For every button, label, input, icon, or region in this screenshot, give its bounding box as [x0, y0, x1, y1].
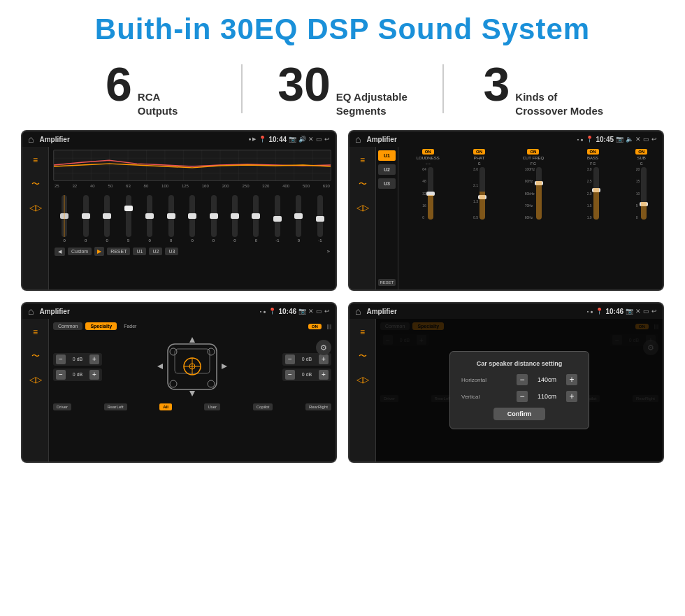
slider-12[interactable]: 0 — [289, 195, 308, 243]
eq-icon-2[interactable]: ≡ — [355, 152, 370, 168]
u1-button[interactable]: U1 — [133, 248, 146, 255]
wave-icon-2[interactable]: 〜 — [355, 176, 370, 192]
slider-4[interactable]: 5 — [118, 195, 138, 243]
wave-icon[interactable]: 〜 — [28, 176, 43, 192]
eq-icon[interactable]: ≡ — [28, 152, 43, 168]
horizontal-plus[interactable]: + — [566, 374, 577, 385]
back-icon[interactable]: ↩ — [324, 136, 330, 143]
phat-on[interactable]: ON — [473, 149, 485, 155]
back-icon-2[interactable]: ↩ — [651, 136, 657, 143]
slider-2[interactable]: 0 — [75, 195, 95, 243]
car-diagram — [154, 334, 231, 400]
eq-graph[interactable] — [53, 150, 331, 181]
vertical-plus[interactable]: + — [566, 391, 577, 402]
volume-icon: 🔊 — [298, 136, 306, 143]
home-icon[interactable]: ⌂ — [28, 134, 34, 145]
fader-on-badge[interactable]: ON — [308, 324, 322, 329]
eq-icon-3[interactable]: ≡ — [28, 324, 43, 340]
rearleft-btn[interactable]: RearLeft — [104, 403, 127, 410]
loudness-slider[interactable] — [428, 167, 433, 220]
x-icon: ✕ — [308, 136, 314, 143]
speaker-icon-4[interactable]: ◁▷ — [355, 372, 370, 387]
rearright-btn[interactable]: RearRight — [305, 403, 331, 410]
bass-slider[interactable] — [593, 167, 599, 220]
cutfreq-slider[interactable] — [536, 167, 542, 220]
sub-slider[interactable] — [641, 167, 647, 220]
horizontal-minus[interactable]: − — [517, 374, 528, 385]
speaker-icon-3[interactable]: ◁▷ — [28, 372, 43, 387]
prev-button[interactable]: ◀ — [55, 248, 65, 256]
slider-11[interactable]: -1 — [268, 195, 287, 243]
cutfreq-on[interactable]: ON — [527, 149, 539, 155]
wave-icon-3[interactable]: 〜 — [28, 348, 43, 364]
stat-eq-number: 30 — [277, 60, 331, 108]
status-bar-1: ⌂ Amplifier ● ▶ 📍 10:44 📷 🔊 ✕ ▭ ↩ — [22, 131, 336, 147]
slider-9[interactable]: 0 — [225, 195, 245, 243]
screen3-content: ≡ 〜 ◁▷ Common Specialty Fader ON ||| — [22, 319, 336, 461]
svg-point-9 — [170, 380, 177, 387]
fader-main: Common Specialty Fader ON ||| − 0 dB + — [49, 319, 336, 461]
slider-7[interactable]: 0 — [182, 195, 202, 243]
user-btn[interactable]: User — [204, 403, 220, 410]
vol-minus-3[interactable]: − — [285, 354, 295, 364]
copilot-btn[interactable]: Copilot — [253, 403, 273, 410]
play-button[interactable]: ▶ — [94, 247, 104, 256]
reset-button[interactable]: RESET — [107, 248, 130, 255]
tab-common[interactable]: Common — [53, 322, 82, 330]
screen-eq: ⌂ Amplifier ● ▶ 📍 10:44 📷 🔊 ✕ ▭ ↩ ≡ 〜 ◁▷ — [21, 130, 337, 291]
home-icon-4[interactable]: ⌂ — [355, 306, 361, 317]
preset-u1[interactable]: U1 — [378, 150, 396, 161]
status-icons-3: 📍 10:46 📷 ✕ ▭ ↩ — [268, 308, 330, 315]
status-icons-2: 📍 10:45 📷 🔈 ✕ ▭ ↩ — [586, 136, 657, 143]
sub-on[interactable]: ON — [635, 149, 647, 155]
status-bar-4: ⌂ Amplifier ▪ ● 📍 10:46 📷 ✕ ▭ ↩ — [349, 303, 663, 319]
speaker-icon[interactable]: ◁▷ — [28, 200, 43, 215]
confirm-button[interactable]: Confirm — [493, 408, 546, 420]
ctrl-bass: ON BASS FG 3.02.52.01.51.0 — [565, 149, 620, 287]
location-icon-2: 📍 — [586, 136, 593, 143]
slider-6[interactable]: 0 — [161, 195, 180, 243]
slider-3[interactable]: 0 — [97, 195, 117, 243]
eq-icon-4[interactable]: ≡ — [355, 324, 370, 340]
vol-minus-4[interactable]: − — [285, 370, 295, 380]
back-icon-3[interactable]: ↩ — [324, 308, 330, 315]
svg-point-8 — [208, 348, 215, 355]
vol-plus-3[interactable]: + — [319, 354, 329, 364]
wave-icon-4[interactable]: 〜 — [355, 348, 370, 364]
vol-minus-2[interactable]: − — [56, 370, 66, 380]
phat-slider[interactable] — [480, 167, 485, 220]
slider-5[interactable]: 0 — [140, 195, 159, 243]
driver-btn[interactable]: Driver — [53, 403, 71, 410]
vol-plus-1[interactable]: + — [89, 354, 99, 364]
settings-icon[interactable]: ⚙ — [316, 340, 331, 355]
u3-button[interactable]: U3 — [165, 248, 178, 255]
home-icon-2[interactable]: ⌂ — [355, 134, 361, 145]
vertical-minus[interactable]: − — [517, 391, 528, 402]
home-icon-3[interactable]: ⌂ — [28, 306, 34, 317]
vol-plus-2[interactable]: + — [89, 370, 99, 380]
tab-specialty[interactable]: Specialty — [85, 322, 117, 330]
freq-labels: 253240506380100125160200250320400500630 — [53, 184, 331, 188]
xover-reset[interactable]: RESET — [378, 279, 396, 286]
slider-8[interactable]: 0 — [203, 195, 223, 243]
vol-minus-1[interactable]: − — [56, 354, 66, 364]
preset-u3[interactable]: U3 — [378, 178, 396, 189]
preset-u2[interactable]: U2 — [378, 164, 396, 175]
page-header: Buith-in 30EQ DSP Sound System — [0, 0, 685, 53]
page-title: Buith-in 30EQ DSP Sound System — [0, 13, 685, 46]
all-btn[interactable]: All — [159, 403, 172, 410]
bass-on[interactable]: ON — [587, 149, 599, 155]
slider-13[interactable]: -1 — [310, 195, 330, 243]
horizontal-label: Horizontal — [461, 377, 486, 383]
u2-button[interactable]: U2 — [149, 248, 162, 255]
loudness-on[interactable]: ON — [422, 149, 434, 155]
clock-2: 10:45 — [596, 136, 614, 143]
vol-plus-4[interactable]: + — [319, 370, 329, 380]
slider-10[interactable]: 0 — [246, 195, 266, 243]
speaker-icon-2[interactable]: ◁▷ — [355, 200, 370, 215]
fader-layout: − 0 dB + − 0 dB + — [53, 334, 331, 400]
vol-val-2: 0 dB — [68, 372, 87, 377]
back-icon-4[interactable]: ↩ — [651, 308, 657, 315]
vol-ctrl-4: − 0 dB + — [282, 368, 331, 381]
slider-1[interactable]: 0 — [55, 195, 74, 243]
